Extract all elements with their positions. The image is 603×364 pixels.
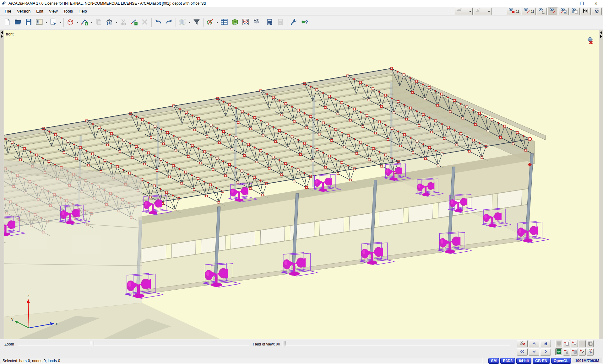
- generators-icon: [206, 18, 214, 27]
- zoom-slider[interactable]: [18, 344, 249, 345]
- project-windows-button[interactable]: [34, 17, 45, 28]
- add-bar-dropdown-arrow[interactable]: [90, 17, 93, 28]
- paste-grid-button[interactable]: [571, 348, 578, 356]
- view-marker-icon[interactable]: [587, 37, 595, 46]
- left-panel-handle[interactable]: [0, 30, 4, 339]
- fov-label: Field of view: 00: [253, 342, 280, 346]
- menu-bar: FileVersionEditViewToolsHelp 1111: [0, 7, 603, 16]
- collapse-icon: [593, 7, 600, 15]
- generators-button[interactable]: [205, 17, 215, 28]
- save-file-icon: [24, 18, 33, 27]
- status-badge-sm[interactable]: SM: [488, 358, 499, 364]
- scroll-left-button[interactable]: [517, 348, 528, 356]
- show-releases-button[interactable]: [559, 8, 569, 15]
- panels-icon: [35, 18, 43, 27]
- chev-down-icon: [531, 349, 537, 356]
- render-display-dropdown[interactable]: [474, 8, 492, 15]
- rotate-view-button[interactable]: [587, 340, 594, 347]
- view-3d-button[interactable]: 3D: [230, 17, 240, 28]
- open-file-icon: [14, 18, 22, 27]
- menu-file[interactable]: File: [2, 8, 14, 15]
- status-badge-r3d3[interactable]: R3D3: [500, 358, 515, 364]
- frame-3d-button[interactable]: [65, 17, 76, 28]
- matrix-icon: [242, 18, 250, 27]
- new-file-button[interactable]: [2, 17, 13, 28]
- show-node-numbers-button[interactable]: 11: [507, 8, 521, 15]
- show-mesh-button[interactable]: [570, 8, 580, 15]
- restore-button[interactable]: ❐: [575, 0, 589, 7]
- rotate-frame-icon: [587, 340, 593, 347]
- selection-mode-button[interactable]: [177, 17, 188, 28]
- zoom-slider-thumb[interactable]: [90, 341, 95, 347]
- minimize-button[interactable]: —: [561, 0, 575, 7]
- view-name-label: front: [6, 32, 14, 36]
- filter-button[interactable]: [191, 17, 202, 28]
- status-badge-gb-en[interactable]: GB-EN: [533, 358, 550, 364]
- scroll-down-button[interactable]: [529, 348, 539, 356]
- new-view-menu-button[interactable]: [571, 340, 578, 347]
- calculate-button[interactable]: [264, 17, 275, 28]
- show-supports-button[interactable]: [537, 8, 547, 15]
- right-panel-handle[interactable]: [599, 30, 603, 339]
- loads-dropdown-arrow[interactable]: [115, 17, 118, 28]
- tables-button[interactable]: [219, 17, 230, 28]
- mirror-view-button[interactable]: [581, 8, 591, 15]
- show-dimensions-button[interactable]: [548, 8, 558, 15]
- scroll-right-button[interactable]: [540, 348, 551, 356]
- redo-button[interactable]: [164, 17, 174, 28]
- delete-icon: [141, 18, 149, 27]
- viewport-3d[interactable]: zxy front: [0, 30, 603, 339]
- menu-version[interactable]: Version: [14, 8, 33, 15]
- viewport-nav-cluster: [517, 340, 594, 356]
- reports-dropdown-arrow[interactable]: [59, 17, 62, 28]
- selection-mode-dropdown-arrow[interactable]: [188, 17, 191, 28]
- new-viewport-button[interactable]: [563, 340, 570, 347]
- collapse-toolbar-button[interactable]: [592, 8, 602, 15]
- settings-button[interactable]: [289, 17, 299, 28]
- lock-view-button[interactable]: [540, 340, 551, 347]
- redo-icon: [165, 18, 173, 27]
- menu-edit[interactable]: Edit: [33, 8, 46, 15]
- fit-view-button[interactable]: [555, 348, 562, 356]
- combo-tri-icon: [475, 8, 481, 15]
- delete-view-button[interactable]: [517, 340, 528, 347]
- svg-text:?: ?: [305, 19, 308, 25]
- section-display-dropdown[interactable]: [455, 8, 473, 15]
- menu-tools[interactable]: Tools: [61, 8, 76, 15]
- frame-3d-dropdown-arrow[interactable]: [76, 17, 79, 28]
- axis-y-label: y: [11, 317, 14, 321]
- status-badge-opengl[interactable]: OpenGL: [551, 358, 571, 364]
- chev-left-icon: [519, 349, 525, 356]
- divide-bar-icon: [130, 18, 138, 27]
- orbit-view-button[interactable]: [587, 348, 594, 356]
- edit-line-button[interactable]: [579, 348, 586, 356]
- report-icon: [49, 18, 57, 27]
- regenerate-view-button[interactable]: [563, 348, 570, 356]
- project-windows-dropdown-arrow[interactable]: [45, 17, 48, 28]
- delete-button: [139, 17, 150, 28]
- fov-slider-thumb[interactable]: [282, 341, 286, 347]
- undo-button[interactable]: [153, 17, 164, 28]
- show-bar-numbers-button[interactable]: 11: [522, 8, 536, 15]
- add-bar-button[interactable]: [79, 17, 90, 28]
- help-button[interactable]: ?: [299, 17, 310, 28]
- generators-dropdown-arrow[interactable]: [215, 17, 219, 28]
- open-file-button[interactable]: [13, 17, 23, 28]
- apply-loads-button[interactable]: [251, 17, 262, 28]
- mesh-button[interactable]: [240, 17, 251, 28]
- tri-plus-icon: [572, 340, 578, 347]
- loads-button[interactable]: [104, 17, 115, 28]
- toolbar-separator: [176, 18, 176, 27]
- close-button[interactable]: ✕: [589, 0, 603, 7]
- divide-bar-button[interactable]: [129, 17, 139, 28]
- lock-icon: [543, 340, 549, 347]
- axis-x-label: x: [56, 321, 58, 326]
- save-file-button[interactable]: [23, 17, 34, 28]
- fov-slider[interactable]: [282, 344, 510, 345]
- reports-button[interactable]: [48, 17, 59, 28]
- status-badge-64-bit[interactable]: 64-bit: [516, 358, 531, 364]
- scroll-up-button[interactable]: [529, 340, 539, 347]
- toolbar-separator: [151, 18, 152, 27]
- menu-view[interactable]: View: [46, 8, 61, 15]
- menu-help[interactable]: Help: [76, 8, 90, 15]
